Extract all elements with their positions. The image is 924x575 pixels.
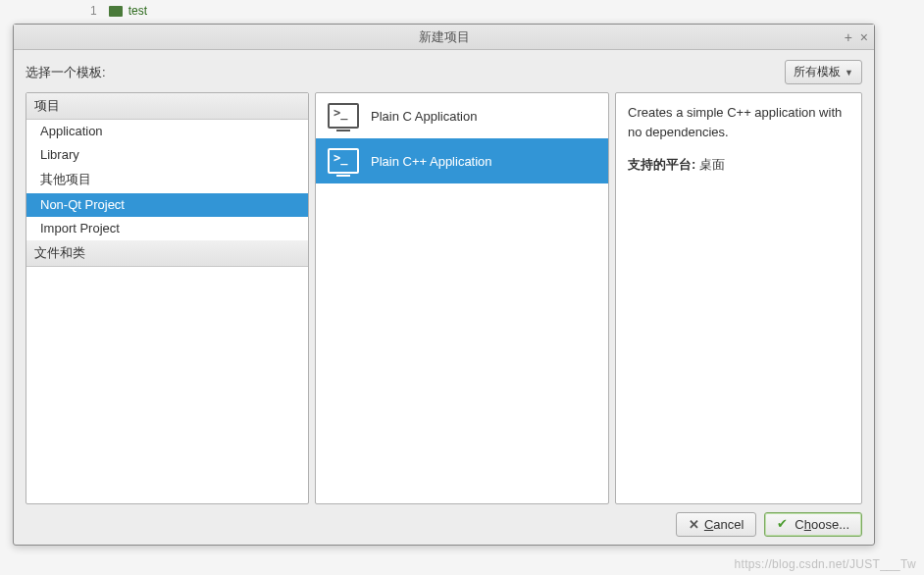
template-label: Plain C Application [371,109,477,124]
line-number: 1 [90,4,97,18]
cancel-button[interactable]: ✕ Cancel [676,512,756,537]
category-header: 项目 [26,93,308,120]
new-project-dialog: 新建项目 + × 选择一个模板: 所有模板 ▼ 项目 Application L… [13,24,875,546]
close-icon: ✕ [689,517,699,532]
template-item-plain-c[interactable]: Plain C Application [316,93,608,138]
template-list: Plain C Application Plain C++ Applicatio… [315,92,609,504]
category-item-application[interactable]: Application [26,120,308,143]
choose-label: oose... [811,517,849,532]
window-close-icon[interactable]: × [860,29,868,45]
terminal-icon [328,148,359,174]
description-text: Creates a simple C++ application with no… [628,103,849,141]
choose-button[interactable]: Choose... [764,512,862,537]
template-item-plain-cpp[interactable]: Plain C++ Application [316,138,608,183]
watermark: https://blog.csdn.net/JUST___Tw [735,557,916,571]
choose-template-label: 选择一个模板: [26,64,106,81]
window-expand-icon[interactable]: + [845,29,852,45]
folder-label: test [128,4,147,18]
template-label: Plain C++ Application [371,154,492,169]
cancel-label: ancel [713,517,744,532]
description-panel: Creates a simple C++ application with no… [615,92,862,504]
template-filter-dropdown[interactable]: 所有模板 ▼ [785,60,862,84]
category-item-other[interactable]: 其他项目 [26,167,308,193]
dialog-title: 新建项目 [14,28,874,46]
category-item-library[interactable]: Library [26,143,308,167]
category-list: 项目 Application Library 其他项目 Non-Qt Proje… [26,92,309,504]
check-icon [777,518,790,531]
folder-icon [109,6,123,17]
background-tree-row: 1 test [0,0,924,18]
filter-label: 所有模板 [794,64,841,80]
titlebar: 新建项目 + × [14,25,874,50]
category-item-import[interactable]: Import Project [26,217,308,240]
terminal-icon [328,103,359,129]
category-item-non-qt[interactable]: Non-Qt Project [26,193,308,217]
chevron-down-icon: ▼ [845,68,853,78]
platform-line: 支持的平台: 桌面 [628,155,849,175]
category-header-files: 文件和类 [26,240,308,267]
